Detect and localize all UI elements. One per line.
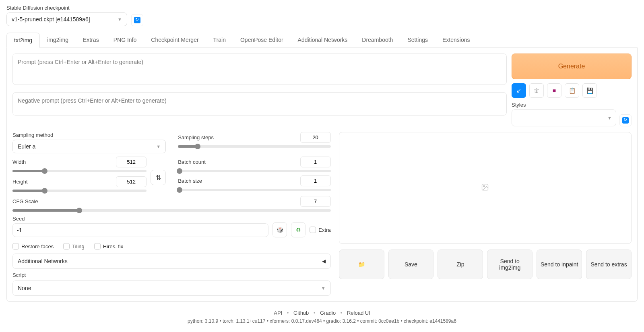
batch-size-input[interactable] (300, 175, 331, 186)
send-extras-button[interactable]: Send to extras (586, 250, 632, 279)
folder-icon: 📁 (358, 261, 365, 268)
arrow-icon: ↙ (516, 87, 521, 94)
footer-links: API • Github • Gradio • Reload UI (6, 310, 638, 316)
bookmark-icon: ■ (553, 87, 556, 94)
height-input[interactable] (116, 176, 147, 187)
paste-button[interactable]: 📋 (565, 83, 579, 98)
tab-txt2img[interactable]: txt2img (6, 33, 40, 48)
clear-button[interactable]: 🗑 (529, 83, 544, 98)
save-style-button[interactable]: 💾 (582, 83, 597, 98)
tab-additional-networks[interactable]: Additional Networks (291, 33, 355, 47)
random-seed-button[interactable]: 🎲 (272, 222, 287, 237)
footer-link-api[interactable]: API (274, 310, 282, 316)
additional-networks-accordion[interactable]: Additional Networks ◀ (12, 254, 331, 269)
trash-icon: 🗑 (534, 87, 539, 94)
refresh-icon (134, 17, 140, 23)
batch-count-slider[interactable] (178, 170, 331, 172)
swap-icon: ⇅ (156, 174, 161, 181)
tiling-checkbox[interactable]: Tiling (63, 243, 85, 250)
batch-count-label: Batch count (178, 159, 206, 165)
height-slider[interactable] (12, 190, 147, 192)
seed-input[interactable] (12, 223, 268, 237)
recycle-icon: ♻ (296, 227, 301, 233)
tab-train[interactable]: Train (206, 33, 233, 47)
batch-size-label: Batch size (178, 178, 202, 184)
chevron-down-icon: ▼ (118, 17, 122, 22)
sampling-method-value: Euler a (18, 143, 35, 150)
hires-label: Hires. fix (103, 243, 124, 250)
tab-checkpoint-merger[interactable]: Checkpoint Merger (144, 33, 206, 47)
tab-openpose-editor[interactable]: OpenPose Editor (233, 33, 291, 47)
accordion-label: Additional Networks (18, 258, 68, 264)
hires-fix-checkbox[interactable]: Hires. fix (94, 243, 124, 250)
clipboard-icon: 📋 (569, 87, 576, 94)
refresh-icon (622, 117, 629, 124)
svg-point-1 (483, 185, 485, 186)
checkpoint-select[interactable]: v1-5-pruned.ckpt [e1441589a6] ▼ (6, 12, 127, 26)
width-input[interactable] (116, 157, 147, 167)
restore-faces-checkbox[interactable]: Restore faces (12, 243, 54, 250)
open-folder-button[interactable]: 📁 (339, 250, 384, 279)
styles-select[interactable]: ▼ (512, 109, 616, 126)
checkbox-box (94, 243, 101, 250)
sampling-steps-slider[interactable] (178, 145, 331, 148)
checkpoint-label: Stable Diffusion checkpoint (6, 5, 127, 11)
extra-label: Extra (318, 227, 330, 233)
swap-dimensions-button[interactable]: ⇅ (151, 170, 166, 185)
chevron-down-icon: ▼ (321, 286, 326, 291)
cfg-slider[interactable] (12, 209, 331, 212)
sampling-steps-input[interactable] (300, 132, 331, 143)
zip-button[interactable]: Zip (438, 250, 483, 279)
styles-label: Styles (512, 102, 632, 108)
tab-extensions[interactable]: Extensions (435, 33, 477, 47)
footer-link-gradio[interactable]: Gradio (320, 310, 336, 316)
script-select[interactable]: None ▼ (12, 280, 331, 296)
tab-img2img[interactable]: img2img (40, 33, 76, 47)
script-label: Script (12, 272, 331, 278)
sampling-method-select[interactable]: Euler a ▼ (12, 140, 166, 153)
height-label: Height (12, 179, 28, 185)
interrogate-button[interactable]: ↙ (512, 83, 526, 98)
tiling-label: Tiling (72, 243, 85, 250)
tab-settings[interactable]: Settings (400, 33, 435, 47)
main-tabs: txt2imgimg2imgExtrasPNG InfoCheckpoint M… (6, 33, 638, 48)
batch-size-slider[interactable] (178, 189, 331, 191)
width-slider[interactable] (12, 170, 147, 172)
generate-button[interactable]: Generate (512, 54, 632, 79)
refresh-checkpoint-button[interactable] (131, 14, 143, 26)
checkpoint-value: v1-5-pruned.ckpt [e1441589a6] (12, 16, 90, 23)
image-placeholder-icon (481, 183, 489, 193)
footer-link-reload-ui[interactable]: Reload UI (347, 310, 370, 316)
extra-seed-checkbox[interactable]: Extra (310, 227, 330, 233)
cfg-label: CFG Scale (12, 198, 38, 204)
save-button[interactable]: Save (388, 250, 434, 279)
triangle-left-icon: ◀ (322, 258, 326, 264)
prompt-input[interactable] (12, 54, 507, 85)
checkbox-box (12, 243, 19, 250)
tab-dreambooth[interactable]: Dreambooth (355, 33, 400, 47)
checkbox-box (310, 227, 316, 233)
batch-count-input[interactable] (300, 157, 331, 167)
checkbox-box (63, 243, 70, 250)
restore-faces-label: Restore faces (21, 243, 54, 250)
tab-png-info[interactable]: PNG Info (106, 33, 144, 47)
script-value: None (18, 285, 31, 291)
sampling-method-label: Sampling method (12, 132, 166, 138)
negative-prompt-input[interactable] (12, 92, 507, 115)
sampling-steps-label: Sampling steps (178, 134, 214, 140)
send-inpaint-button[interactable]: Send to inpaint (537, 250, 582, 279)
tab-extras[interactable]: Extras (76, 33, 106, 47)
version-info: python: 3.10.9 • torch: 1.13.1+cu117 • x… (6, 318, 638, 324)
dice-icon: 🎲 (277, 227, 283, 233)
output-preview (339, 132, 632, 244)
style-apply-button[interactable]: ■ (547, 83, 561, 98)
send-img2img-button[interactable]: Send to img2img (487, 250, 533, 279)
chevron-down-icon: ▼ (607, 115, 612, 120)
seed-label: Seed (12, 216, 268, 222)
reuse-seed-button[interactable]: ♻ (291, 222, 305, 237)
footer-link-github[interactable]: Github (293, 310, 309, 316)
refresh-styles-button[interactable] (619, 114, 632, 126)
width-label: Width (12, 159, 26, 165)
chevron-down-icon: ▼ (156, 144, 161, 149)
cfg-input[interactable] (300, 196, 331, 207)
